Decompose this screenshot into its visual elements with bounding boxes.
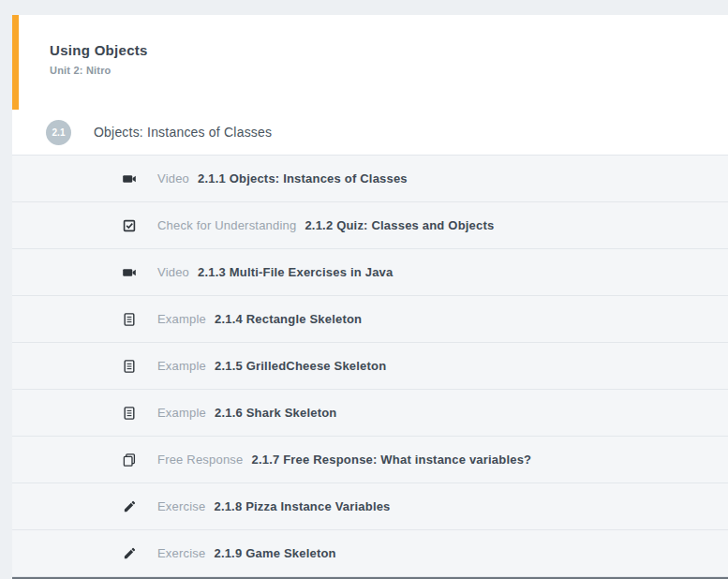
lesson-row[interactable]: Exercise 2.1.8 Pizza Instance Variables bbox=[12, 483, 728, 530]
lesson-title[interactable]: 2.1.6 Shark Skeleton bbox=[215, 406, 336, 420]
lesson-title[interactable]: 2.1.5 GrilledCheese Skeleton bbox=[215, 359, 386, 373]
lesson-type-label: Exercise bbox=[157, 546, 205, 560]
lesson-title[interactable]: 2.1.8 Pizza Instance Variables bbox=[214, 499, 390, 513]
lesson-title[interactable]: 2.1.2 Quiz: Classes and Objects bbox=[305, 218, 494, 232]
module-section-header[interactable]: 2.1 Objects: Instances of Classes bbox=[12, 110, 728, 156]
lesson-row[interactable]: Exercise 2.1.9 Game Skeleton bbox=[12, 530, 728, 577]
pencil-icon bbox=[123, 499, 137, 513]
lesson-title[interactable]: 2.1.4 Rectangle Skeleton bbox=[215, 312, 362, 326]
unit-header: Using Objects Unit 2: Nitro bbox=[12, 15, 728, 110]
lesson-title[interactable]: 2.1.9 Game Skeleton bbox=[214, 546, 335, 560]
lesson-row[interactable]: Example 2.1.6 Shark Skeleton bbox=[12, 390, 728, 437]
lesson-row[interactable]: Video 2.1.3 Multi-File Exercises in Java bbox=[12, 249, 728, 296]
lesson-type-label: Exercise bbox=[157, 499, 205, 513]
lesson-type-label: Video bbox=[157, 171, 189, 186]
lesson-type-label: Example bbox=[157, 359, 206, 373]
video-icon bbox=[122, 265, 137, 280]
lesson-title[interactable]: 2.1.3 Multi-File Exercises in Java bbox=[198, 265, 393, 279]
lesson-title[interactable]: 2.1.1 Objects: Instances of Classes bbox=[198, 171, 408, 186]
document-icon bbox=[122, 406, 137, 421]
lesson-type-label: Free Response bbox=[157, 453, 243, 467]
lesson-type-label: Check for Understanding bbox=[157, 218, 296, 232]
lesson-row[interactable]: Check for Understanding 2.1.2 Quiz: Clas… bbox=[12, 202, 728, 249]
checkbox-icon bbox=[122, 218, 137, 233]
module-number-badge: 2.1 bbox=[46, 120, 71, 145]
lesson-row[interactable]: Example 2.1.4 Rectangle Skeleton bbox=[12, 296, 728, 343]
lesson-row[interactable]: Free Response 2.1.7 Free Response: What … bbox=[12, 437, 728, 483]
document-icon bbox=[122, 312, 137, 327]
unit-card: Using Objects Unit 2: Nitro 2.1 Objects:… bbox=[12, 15, 728, 579]
lesson-list: Video 2.1.1 Objects: Instances of Classe… bbox=[12, 156, 728, 577]
lesson-type-label: Example bbox=[157, 406, 206, 420]
unit-subtitle: Unit 2: Nitro bbox=[50, 65, 728, 76]
unit-title: Using Objects bbox=[50, 42, 728, 58]
pencil-icon bbox=[123, 546, 137, 560]
lesson-row[interactable]: Example 2.1.5 GrilledCheese Skeleton bbox=[12, 343, 728, 390]
lesson-type-label: Video bbox=[157, 265, 189, 279]
copy-icon bbox=[122, 453, 137, 468]
module-section-title: Objects: Instances of Classes bbox=[94, 125, 272, 140]
lesson-title[interactable]: 2.1.7 Free Response: What instance varia… bbox=[251, 453, 531, 467]
video-icon bbox=[122, 171, 137, 186]
lesson-type-label: Example bbox=[157, 312, 206, 326]
document-icon bbox=[122, 359, 137, 374]
lesson-row[interactable]: Video 2.1.1 Objects: Instances of Classe… bbox=[12, 156, 728, 202]
